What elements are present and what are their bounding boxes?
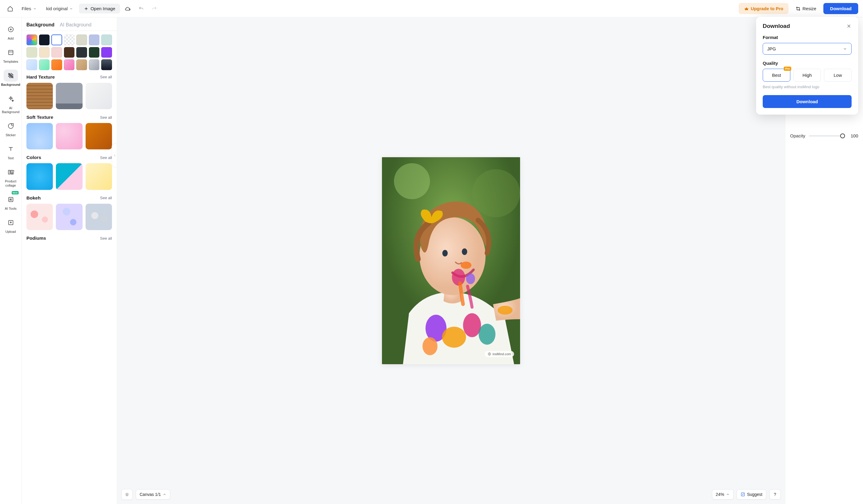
texture-thumb[interactable]: [56, 83, 82, 109]
download-confirm-button[interactable]: Download: [763, 95, 852, 108]
see-all-link[interactable]: See all: [100, 196, 112, 200]
color-swatch[interactable]: [101, 47, 112, 58]
svg-point-14: [479, 324, 496, 345]
see-all-link[interactable]: See all: [100, 75, 112, 79]
section-title: Bokeh: [26, 195, 40, 201]
color-swatch[interactable]: [64, 35, 75, 45]
tab-ai-background[interactable]: AI Background: [60, 22, 91, 28]
color-swatch[interactable]: [51, 35, 62, 45]
rail-templates-label: Templates: [3, 60, 18, 64]
color-swatch[interactable]: [101, 60, 112, 70]
collapse-panel-button[interactable]: [112, 143, 117, 167]
open-image-label: Open Image: [90, 6, 115, 11]
svg-point-9: [472, 169, 520, 217]
templates-icon: [8, 49, 14, 56]
color-swatch[interactable]: [39, 60, 50, 70]
opacity-slider[interactable]: [809, 135, 845, 137]
color-swatch[interactable]: [64, 47, 75, 58]
rail-ai-tools-label: AI Tools: [5, 207, 16, 211]
suggest-button[interactable]: Suggest: [737, 489, 766, 500]
rail-sticker[interactable]: Sticker: [2, 118, 20, 140]
color-swatch[interactable]: [51, 60, 62, 70]
tab-background[interactable]: Background: [26, 22, 54, 28]
filename-dropdown[interactable]: kid original: [43, 4, 77, 13]
rail-add[interactable]: Add: [2, 21, 20, 43]
filename-label: kid original: [46, 6, 68, 11]
texture-thumb[interactable]: [86, 163, 112, 190]
quality-option[interactable]: High: [793, 69, 821, 81]
texture-thumb[interactable]: [56, 163, 82, 190]
rail-upload[interactable]: Upload: [2, 214, 20, 236]
watermark-text: insMind.com: [492, 352, 511, 356]
color-swatch[interactable]: [101, 35, 112, 45]
resize-button[interactable]: Resize: [791, 3, 821, 14]
quality-option[interactable]: Low: [824, 69, 852, 81]
help-button[interactable]: ?: [769, 489, 781, 500]
texture-thumb[interactable]: [86, 123, 112, 150]
color-swatch[interactable]: [89, 47, 100, 58]
color-swatch[interactable]: [76, 47, 87, 58]
upgrade-button[interactable]: Upgrade to Pro: [739, 3, 789, 14]
texture-thumb[interactable]: [86, 83, 112, 109]
slider-thumb[interactable]: [840, 133, 845, 138]
texture-section: ColorsSee all: [22, 153, 117, 193]
color-swatch[interactable]: [26, 60, 37, 70]
download-button[interactable]: Download: [823, 3, 858, 14]
open-image-button[interactable]: Open Image: [79, 4, 120, 13]
texture-section: BokehSee all: [22, 194, 117, 234]
section-title: Podiums: [26, 235, 46, 241]
texture-thumb[interactable]: [26, 123, 53, 150]
rail-text[interactable]: Text: [2, 141, 20, 163]
section-title: Hard Texture: [26, 74, 55, 80]
pro-badge: Pro: [784, 67, 791, 71]
redo-button[interactable]: [149, 3, 160, 14]
quality-label: Quality: [763, 61, 852, 66]
color-swatch[interactable]: [39, 35, 50, 45]
svg-point-11: [442, 327, 466, 348]
canvas-image[interactable]: insMind.com: [382, 157, 520, 364]
format-select[interactable]: JPG: [763, 43, 852, 55]
rail-ai-background[interactable]: AI Background: [2, 91, 20, 116]
close-button[interactable]: [846, 23, 852, 29]
rail-background-label: Background: [1, 83, 20, 87]
texture-thumb[interactable]: [56, 204, 82, 230]
texture-thumb[interactable]: [56, 123, 82, 150]
see-all-link[interactable]: See all: [100, 236, 112, 241]
chevron-left-icon: [113, 154, 116, 157]
color-swatch[interactable]: [26, 35, 37, 45]
see-all-link[interactable]: See all: [100, 155, 112, 160]
color-swatch[interactable]: [76, 60, 87, 70]
color-swatch[interactable]: [51, 47, 62, 58]
globe-icon: [488, 352, 491, 356]
layers-button[interactable]: [121, 489, 133, 500]
rail-background[interactable]: Background: [2, 67, 20, 89]
files-dropdown[interactable]: Files: [18, 4, 40, 13]
canvas-selector[interactable]: Canvas 1/1: [136, 489, 170, 500]
cloud-sync-button[interactable]: [123, 3, 133, 14]
sparkle-icon: [8, 96, 14, 102]
texture-thumb[interactable]: [26, 204, 53, 230]
see-all-link[interactable]: See all: [100, 115, 112, 120]
color-swatch[interactable]: [89, 60, 100, 70]
watermark: insMind.com: [485, 351, 514, 357]
color-swatch[interactable]: [89, 35, 100, 45]
home-button[interactable]: [5, 3, 16, 14]
rail-ai-tools[interactable]: New AI Tools: [2, 191, 20, 213]
color-swatch[interactable]: [76, 35, 87, 45]
undo-button[interactable]: [136, 3, 147, 14]
color-swatch[interactable]: [64, 60, 75, 70]
canvas-area: insMind.com Canvas 1/1 24% Sug: [117, 17, 785, 504]
chevron-down-icon: [70, 7, 73, 11]
color-swatch[interactable]: [26, 47, 37, 58]
color-swatch[interactable]: [39, 47, 50, 58]
texture-thumb[interactable]: [26, 163, 53, 190]
rail-product-collage[interactable]: Product collage: [2, 164, 20, 190]
quality-option[interactable]: BestPro: [763, 69, 790, 81]
zoom-control[interactable]: 24%: [712, 489, 734, 500]
background-icon: [8, 72, 14, 79]
texture-thumb[interactable]: [86, 204, 112, 230]
files-label: Files: [22, 6, 31, 11]
texture-thumb[interactable]: [26, 83, 53, 109]
rail-templates[interactable]: Templates: [2, 44, 20, 66]
new-badge: New: [12, 191, 18, 194]
